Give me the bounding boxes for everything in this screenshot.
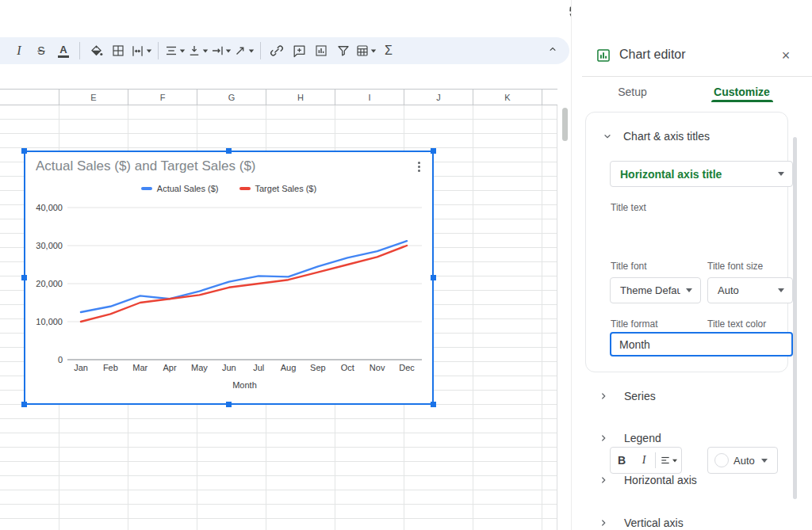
chevron-right-icon xyxy=(597,390,610,402)
axis-selector-value: Horizontal axis title xyxy=(611,168,722,181)
column-header-i[interactable]: I xyxy=(335,90,404,105)
embedded-chart[interactable]: Actual Sales ($) and Target Sales ($) Ac… xyxy=(24,151,434,405)
title-font-size-label: Title font size xyxy=(707,261,763,272)
formatting-toolbar: I S A xyxy=(0,37,569,64)
title-text-color-value: Auto xyxy=(733,455,755,467)
toolbar-divider xyxy=(158,42,159,59)
section-chart-axis-titles[interactable]: Chart & axis titles xyxy=(601,130,710,143)
fill-color-button[interactable] xyxy=(86,40,105,61)
x-axis-title: Month xyxy=(67,380,422,390)
section-legend[interactable]: Legend xyxy=(597,432,661,444)
merge-cells-button[interactable] xyxy=(130,44,152,59)
chart-axis-titles-card: Chart & axis titles Horizontal axis titl… xyxy=(585,112,788,372)
column-header-partial[interactable] xyxy=(542,90,557,105)
section-label: Series xyxy=(624,390,656,402)
align-dropdown-button[interactable] xyxy=(656,448,681,473)
column-headers: E F G H I J K xyxy=(0,89,557,105)
section-label: Chart & axis titles xyxy=(623,130,710,143)
italic-button-panel[interactable]: I xyxy=(633,448,655,473)
column-header-g[interactable]: G xyxy=(197,90,266,105)
sheet-vertical-scrollbar[interactable] xyxy=(562,108,568,141)
borders-button[interactable] xyxy=(109,40,128,61)
section-vertical-axis[interactable]: Vertical axis xyxy=(597,517,684,529)
chevron-down-icon xyxy=(601,130,614,143)
resize-handle-ne[interactable] xyxy=(431,148,436,154)
vertical-align-button[interactable] xyxy=(187,44,209,58)
column-header-partial[interactable] xyxy=(0,90,59,105)
column-header-j[interactable]: J xyxy=(404,90,473,105)
toolbar-divider xyxy=(79,42,80,59)
title-font-value: Theme Defaul... xyxy=(611,284,680,296)
table-views-button[interactable] xyxy=(355,44,377,58)
column-header-h[interactable]: H xyxy=(266,90,335,105)
insert-chart-button[interactable] xyxy=(312,40,331,61)
chevron-right-icon xyxy=(597,432,610,444)
resize-handle-s[interactable] xyxy=(226,402,232,407)
section-label: Legend xyxy=(624,432,661,444)
title-font-label: Title font xyxy=(611,261,647,272)
chart-editor-panel: Chart editor × Setup Customize Chart & a… xyxy=(571,0,812,530)
strikethrough-button[interactable]: S xyxy=(32,40,51,61)
title-format-group: B I xyxy=(610,447,682,474)
resize-handle-n[interactable] xyxy=(226,148,232,154)
column-header-f[interactable]: F xyxy=(128,90,197,105)
panel-divider xyxy=(582,76,812,77)
insert-link-button[interactable] xyxy=(267,40,286,61)
section-label: Horizontal axis xyxy=(624,474,697,486)
filter-button[interactable] xyxy=(334,40,353,61)
title-text-color-label: Title text color xyxy=(707,318,766,330)
text-color-button[interactable]: A xyxy=(54,40,73,61)
resize-handle-sw[interactable] xyxy=(21,402,27,407)
google-sheets-window: Share I I S A xyxy=(0,0,812,530)
column-header-e[interactable]: E xyxy=(59,90,128,105)
horizontal-align-button[interactable] xyxy=(164,44,186,58)
title-text-label: Title text xyxy=(611,202,646,213)
title-text-color-dropdown[interactable]: Auto xyxy=(707,447,778,474)
toolbar-divider xyxy=(260,42,261,59)
resize-handle-e[interactable] xyxy=(431,275,436,280)
column-header-k[interactable]: K xyxy=(473,90,542,105)
panel-header: Chart editor × xyxy=(572,40,812,71)
axis-selector-dropdown[interactable]: Horizontal axis title xyxy=(610,161,793,187)
italic-button[interactable]: I xyxy=(10,40,29,61)
text-wrap-button[interactable] xyxy=(210,44,232,58)
active-tab-underline xyxy=(711,100,773,102)
chart-editor-icon xyxy=(596,48,611,63)
text-rotation-button[interactable] xyxy=(233,44,255,58)
section-series[interactable]: Series xyxy=(597,390,656,402)
bold-button[interactable]: B xyxy=(611,448,633,473)
chevron-right-icon xyxy=(597,517,610,529)
title-font-size-dropdown[interactable]: Auto xyxy=(707,277,793,303)
title-font-dropdown[interactable]: Theme Defaul... xyxy=(610,277,701,303)
tab-setup[interactable]: Setup xyxy=(596,82,669,102)
resize-handle-se[interactable] xyxy=(431,402,436,407)
panel-scrollbar[interactable] xyxy=(793,137,797,499)
section-horizontal-axis[interactable]: Horizontal axis xyxy=(597,474,697,486)
toolbar-collapse-icon[interactable] xyxy=(547,44,558,58)
panel-title: Chart editor xyxy=(619,48,686,62)
functions-button[interactable]: Σ xyxy=(379,40,398,61)
title-font-size-value: Auto xyxy=(708,284,739,296)
close-icon[interactable]: × xyxy=(776,46,795,65)
resize-handle-w[interactable] xyxy=(21,275,27,280)
title-text-input[interactable] xyxy=(610,332,793,357)
chevron-right-icon xyxy=(597,474,610,486)
resize-handle-nw[interactable] xyxy=(21,148,27,154)
insert-comment-button[interactable] xyxy=(289,40,308,61)
color-swatch-circle xyxy=(714,453,729,467)
section-label: Vertical axis xyxy=(624,517,684,529)
title-format-label: Title format xyxy=(611,318,658,330)
